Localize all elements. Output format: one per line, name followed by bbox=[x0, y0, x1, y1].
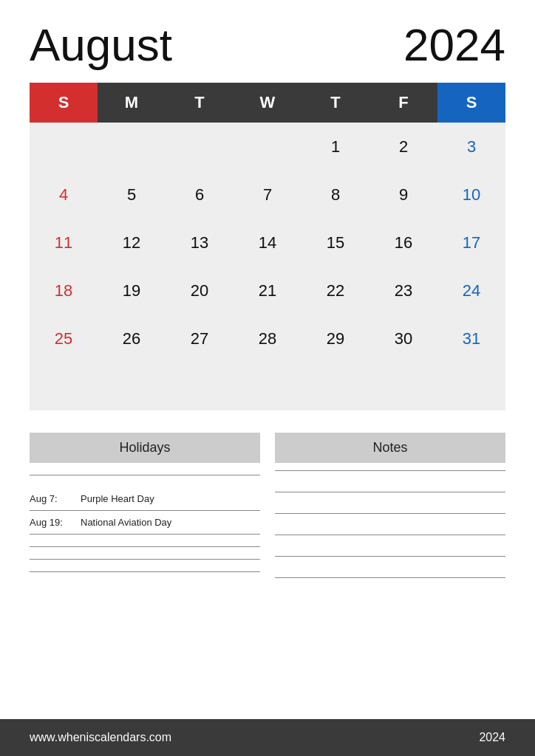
cal-cell: 4 bbox=[30, 171, 98, 219]
cal-cell: 19 bbox=[98, 267, 166, 315]
header-sunday: S bbox=[30, 83, 98, 123]
cal-cell: 23 bbox=[369, 267, 437, 315]
header-thursday: T bbox=[301, 83, 369, 123]
cal-cell: 21 bbox=[234, 267, 301, 315]
holiday-name-1: Purple Heart Day bbox=[81, 493, 154, 504]
holidays-panel: Holidays Aug 7: Purple Heart Day Aug 19:… bbox=[30, 433, 260, 599]
cal-cell: 6 bbox=[166, 171, 234, 219]
cal-cell: 26 bbox=[98, 315, 166, 362]
cal-cell bbox=[30, 123, 98, 171]
holiday-date-2: Aug 19: bbox=[30, 517, 70, 528]
holiday-blank-line-3 bbox=[30, 571, 260, 572]
cal-cell: 16 bbox=[369, 219, 437, 267]
cal-cell: 7 bbox=[234, 171, 301, 219]
notes-panel: Notes bbox=[275, 433, 505, 599]
cal-cell: 5 bbox=[98, 171, 166, 219]
cal-cell bbox=[301, 362, 369, 410]
holiday-name-2: National Aviation Day bbox=[81, 517, 171, 528]
cal-cell bbox=[234, 123, 301, 171]
cal-cell: 15 bbox=[301, 219, 369, 267]
header-tuesday: T bbox=[166, 83, 234, 123]
cal-cell bbox=[98, 123, 166, 171]
holiday-item-1: Aug 7: Purple Heart Day bbox=[30, 487, 260, 511]
cal-cell: 2 bbox=[369, 123, 437, 171]
holiday-item-2: Aug 19: National Aviation Day bbox=[30, 511, 260, 535]
footer-year: 2024 bbox=[479, 731, 505, 744]
calendar-container: S M T W T F S 12345678910111213141516171… bbox=[30, 83, 505, 410]
cal-cell: 18 bbox=[30, 267, 98, 315]
cal-cell: 24 bbox=[437, 267, 505, 315]
cal-cell: 28 bbox=[234, 315, 301, 362]
cal-cell: 14 bbox=[234, 219, 301, 267]
year-title: 2024 bbox=[403, 22, 505, 68]
month-title: August bbox=[30, 22, 172, 68]
cal-cell: 11 bbox=[30, 219, 98, 267]
header-wednesday: W bbox=[234, 83, 301, 123]
header-saturday: S bbox=[437, 83, 505, 123]
footer-url: www.wheniscalendars.com bbox=[30, 731, 171, 744]
note-line-6 bbox=[275, 577, 505, 578]
cal-cell: 10 bbox=[437, 171, 505, 219]
cal-cell bbox=[166, 123, 234, 171]
note-line-5 bbox=[275, 556, 505, 557]
cal-cell: 8 bbox=[301, 171, 369, 219]
note-line-1 bbox=[275, 470, 505, 471]
calendar-grid: 1234567891011121314151617181920212223242… bbox=[30, 123, 505, 410]
cal-cell bbox=[437, 362, 505, 410]
notes-lines bbox=[275, 470, 505, 578]
cal-cell: 31 bbox=[437, 315, 505, 362]
holiday-blank-line-top bbox=[30, 475, 260, 475]
cal-cell bbox=[234, 362, 301, 410]
note-line-3 bbox=[275, 513, 505, 514]
cal-cell: 30 bbox=[369, 315, 437, 362]
cal-cell bbox=[98, 362, 166, 410]
cal-cell: 22 bbox=[301, 267, 369, 315]
cal-cell: 20 bbox=[166, 267, 234, 315]
cal-cell bbox=[30, 362, 98, 410]
holidays-header: Holidays bbox=[30, 433, 260, 463]
page: August 2024 S M T W T F S 12345678910111… bbox=[0, 0, 535, 756]
holidays-lines: Aug 7: Purple Heart Day Aug 19: National… bbox=[30, 475, 260, 572]
holiday-blank-line-1 bbox=[30, 546, 260, 547]
holiday-blank-line-2 bbox=[30, 559, 260, 560]
cal-cell: 12 bbox=[98, 219, 166, 267]
cal-cell: 9 bbox=[369, 171, 437, 219]
cal-cell bbox=[166, 362, 234, 410]
bottom-section: Holidays Aug 7: Purple Heart Day Aug 19:… bbox=[30, 433, 505, 606]
cal-cell: 13 bbox=[166, 219, 234, 267]
header-monday: M bbox=[98, 83, 166, 123]
calendar-header: August 2024 bbox=[30, 22, 505, 68]
calendar-days-header: S M T W T F S bbox=[30, 83, 505, 123]
note-line-2 bbox=[275, 492, 505, 492]
note-line-4 bbox=[275, 535, 505, 535]
cal-cell: 27 bbox=[166, 315, 234, 362]
cal-cell: 25 bbox=[30, 315, 98, 362]
cal-cell: 1 bbox=[301, 123, 369, 171]
cal-cell: 29 bbox=[301, 315, 369, 362]
holiday-date-1: Aug 7: bbox=[30, 493, 70, 504]
notes-header: Notes bbox=[275, 433, 505, 463]
cal-cell: 3 bbox=[437, 123, 505, 171]
header-friday: F bbox=[369, 83, 437, 123]
cal-cell bbox=[369, 362, 437, 410]
cal-cell: 17 bbox=[437, 219, 505, 267]
footer: www.wheniscalendars.com 2024 bbox=[0, 719, 535, 756]
